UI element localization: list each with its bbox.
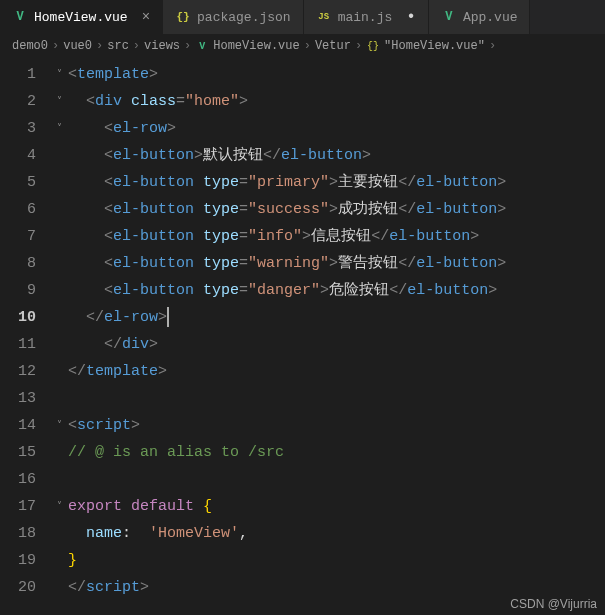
breadcrumb-item[interactable]: vue0 bbox=[63, 39, 92, 53]
line-number-gutter: 1234567891011121314151617181920 bbox=[0, 57, 50, 615]
breadcrumb-separator: › bbox=[355, 39, 362, 53]
fold-toggle bbox=[50, 196, 68, 223]
watermark: CSDN @Vijurria bbox=[510, 597, 597, 611]
breadcrumb-item[interactable]: VHomeView.vue bbox=[195, 39, 299, 53]
tab-App-vue[interactable]: VApp.vue bbox=[429, 0, 531, 34]
breadcrumb-item[interactable]: Vetur bbox=[315, 39, 351, 53]
line-number: 13 bbox=[0, 385, 36, 412]
vue-icon: V bbox=[195, 39, 209, 53]
close-icon[interactable]: × bbox=[142, 9, 150, 25]
breadcrumb-separator: › bbox=[96, 39, 103, 53]
line-number: 16 bbox=[0, 466, 36, 493]
code-line[interactable]: name: 'HomeView', bbox=[68, 520, 605, 547]
code-line[interactable]: </template> bbox=[68, 358, 605, 385]
fold-toggle bbox=[50, 358, 68, 385]
breadcrumb-item[interactable]: demo0 bbox=[12, 39, 48, 53]
vue-icon: V bbox=[441, 9, 457, 25]
tab-package-json[interactable]: {}package.json bbox=[163, 0, 304, 34]
breadcrumb-item[interactable]: {}"HomeView.vue" bbox=[366, 39, 485, 53]
line-number: 18 bbox=[0, 520, 36, 547]
breadcrumb-label: "HomeView.vue" bbox=[384, 39, 485, 53]
line-number: 10 bbox=[0, 304, 36, 331]
line-number: 4 bbox=[0, 142, 36, 169]
line-number: 6 bbox=[0, 196, 36, 223]
code-line[interactable]: <el-button type="primary">主要按钮</el-butto… bbox=[68, 169, 605, 196]
line-number: 14 bbox=[0, 412, 36, 439]
code-line[interactable]: <el-button type="danger">危险按钮</el-button… bbox=[68, 277, 605, 304]
code-line[interactable]: // @ is an alias to /src bbox=[68, 439, 605, 466]
code-line[interactable] bbox=[68, 385, 605, 412]
code-line[interactable]: <div class="home"> bbox=[68, 88, 605, 115]
code-line[interactable]: <template> bbox=[68, 61, 605, 88]
braces-icon: {} bbox=[366, 39, 380, 53]
fold-toggle[interactable]: ˅ bbox=[50, 115, 68, 142]
fold-toggle bbox=[50, 385, 68, 412]
code-content[interactable]: <template> <div class="home"> <el-row> <… bbox=[68, 57, 605, 615]
line-number: 9 bbox=[0, 277, 36, 304]
code-line[interactable]: <el-button type="success">成功按钮</el-butto… bbox=[68, 196, 605, 223]
fold-toggle bbox=[50, 331, 68, 358]
fold-toggle[interactable]: ˅ bbox=[50, 61, 68, 88]
fold-toggle bbox=[50, 142, 68, 169]
code-line[interactable]: </div> bbox=[68, 331, 605, 358]
dirty-indicator-icon: • bbox=[406, 8, 416, 26]
line-number: 3 bbox=[0, 115, 36, 142]
breadcrumb-separator: › bbox=[184, 39, 191, 53]
code-line[interactable]: </el-row> bbox=[68, 304, 605, 331]
breadcrumb-separator: › bbox=[304, 39, 311, 53]
breadcrumb-separator: › bbox=[489, 39, 496, 53]
line-number: 2 bbox=[0, 88, 36, 115]
breadcrumb-label: vue0 bbox=[63, 39, 92, 53]
line-number: 19 bbox=[0, 547, 36, 574]
tab-label: package.json bbox=[197, 10, 291, 25]
line-number: 7 bbox=[0, 223, 36, 250]
code-editor[interactable]: 1234567891011121314151617181920 ˅˅˅˅˅ <t… bbox=[0, 57, 605, 615]
breadcrumb: demo0›vue0›src›views›VHomeView.vue›Vetur… bbox=[0, 35, 605, 57]
code-line[interactable]: } bbox=[68, 547, 605, 574]
tab-label: App.vue bbox=[463, 10, 518, 25]
tab-label: HomeView.vue bbox=[34, 10, 128, 25]
json-icon: {} bbox=[175, 9, 191, 25]
fold-toggle[interactable]: ˅ bbox=[50, 412, 68, 439]
tab-main-js[interactable]: JSmain.js• bbox=[304, 0, 429, 34]
fold-toggle bbox=[50, 520, 68, 547]
tab-label: main.js bbox=[338, 10, 393, 25]
fold-toggle bbox=[50, 277, 68, 304]
code-line[interactable] bbox=[68, 466, 605, 493]
vue-icon: V bbox=[12, 9, 28, 25]
line-number: 5 bbox=[0, 169, 36, 196]
code-line[interactable]: export default { bbox=[68, 493, 605, 520]
tab-bar: VHomeView.vue×{}package.jsonJSmain.js•VA… bbox=[0, 0, 605, 35]
code-line[interactable]: <el-button type="warning">警告按钮</el-butto… bbox=[68, 250, 605, 277]
line-number: 20 bbox=[0, 574, 36, 601]
fold-toggle[interactable]: ˅ bbox=[50, 88, 68, 115]
fold-toggle[interactable]: ˅ bbox=[50, 493, 68, 520]
fold-toggle bbox=[50, 574, 68, 601]
breadcrumb-label: demo0 bbox=[12, 39, 48, 53]
line-number: 12 bbox=[0, 358, 36, 385]
fold-gutter: ˅˅˅˅˅ bbox=[50, 57, 68, 615]
code-line[interactable]: <el-row> bbox=[68, 115, 605, 142]
fold-toggle bbox=[50, 466, 68, 493]
fold-toggle bbox=[50, 304, 68, 331]
breadcrumb-label: HomeView.vue bbox=[213, 39, 299, 53]
breadcrumb-item[interactable]: views bbox=[144, 39, 180, 53]
fold-toggle bbox=[50, 547, 68, 574]
js-icon: JS bbox=[316, 9, 332, 25]
code-line[interactable]: <el-button>默认按钮</el-button> bbox=[68, 142, 605, 169]
fold-toggle bbox=[50, 250, 68, 277]
line-number: 11 bbox=[0, 331, 36, 358]
breadcrumb-label: Vetur bbox=[315, 39, 351, 53]
fold-toggle bbox=[50, 223, 68, 250]
code-line[interactable]: <el-button type="info">信息按钮</el-button> bbox=[68, 223, 605, 250]
line-number: 15 bbox=[0, 439, 36, 466]
breadcrumb-separator: › bbox=[52, 39, 59, 53]
breadcrumb-label: views bbox=[144, 39, 180, 53]
line-number: 17 bbox=[0, 493, 36, 520]
code-line[interactable]: <script> bbox=[68, 412, 605, 439]
tab-HomeView-vue[interactable]: VHomeView.vue× bbox=[0, 0, 163, 34]
breadcrumb-label: src bbox=[107, 39, 129, 53]
fold-toggle bbox=[50, 169, 68, 196]
breadcrumb-item[interactable]: src bbox=[107, 39, 129, 53]
fold-toggle bbox=[50, 439, 68, 466]
